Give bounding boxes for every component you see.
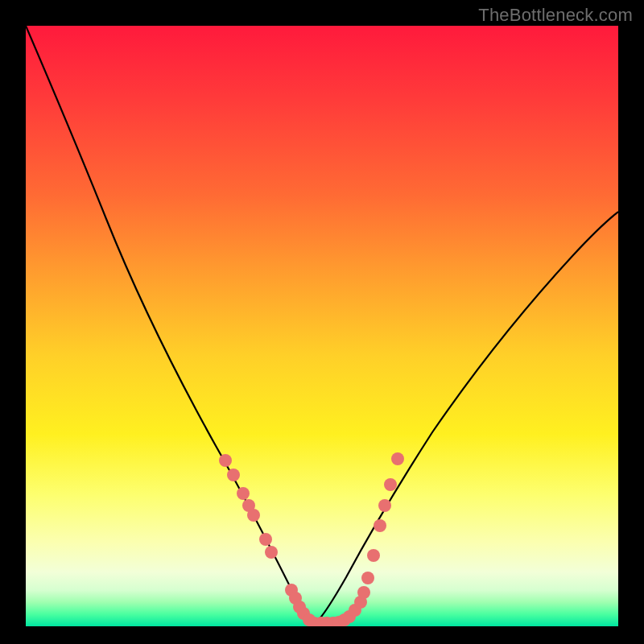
marker-dot xyxy=(247,509,260,522)
marker-dot xyxy=(374,519,386,532)
marker-dot xyxy=(367,549,380,562)
marker-dot xyxy=(378,499,391,512)
marker-dot xyxy=(361,572,374,584)
marker-dot xyxy=(384,478,397,491)
plot-area xyxy=(26,26,618,626)
curve-markers xyxy=(219,452,404,626)
curve-group xyxy=(26,26,618,624)
marker-dot xyxy=(237,487,250,500)
marker-dot xyxy=(265,546,278,559)
watermark-text: TheBottleneck.com xyxy=(478,5,633,26)
marker-dot xyxy=(219,454,232,467)
marker-dot xyxy=(357,586,370,599)
v-curve-svg xyxy=(26,26,618,626)
marker-dot xyxy=(391,452,404,465)
chart-frame: TheBottleneck.com xyxy=(0,0,644,644)
curve-right-branch xyxy=(314,212,618,624)
marker-dot xyxy=(259,533,272,546)
marker-dot xyxy=(227,469,240,481)
curve-left-branch xyxy=(26,26,314,624)
